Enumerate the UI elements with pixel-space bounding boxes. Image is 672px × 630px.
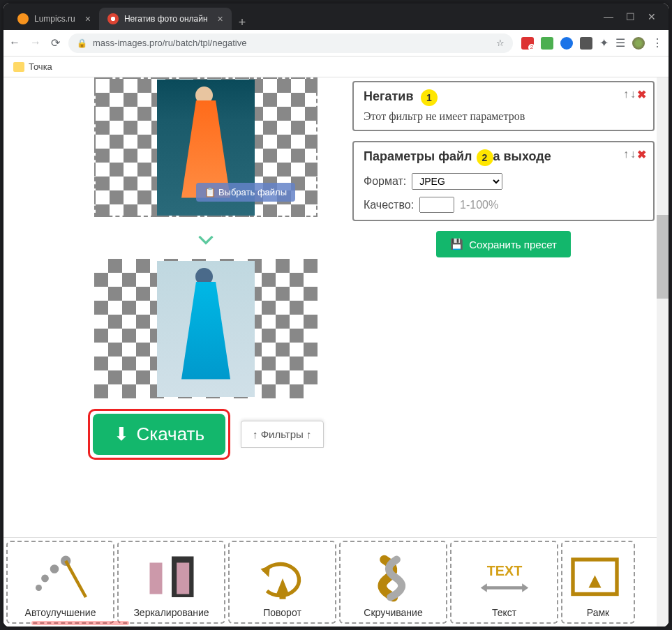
- vertical-scrollbar[interactable]: [657, 77, 669, 627]
- format-label: Формат:: [364, 175, 406, 188]
- panel-title-part1: Параметры файл: [364, 149, 472, 163]
- delete-icon[interactable]: ✖: [637, 148, 646, 161]
- arrow-down-icon: [192, 224, 220, 252]
- wand-icon: [29, 552, 92, 604]
- filter-auto-enhance[interactable]: Автоулучшение: [6, 541, 114, 624]
- save-preset-button[interactable]: 💾 Сохранить пресет: [436, 231, 571, 257]
- svg-point-2: [50, 564, 59, 573]
- browser-toolbar: ← → ⟳ 🔒 mass-images.pro/ru/batch/tpl/neg…: [3, 30, 669, 57]
- highlight-annotation: ⬇ Скачать: [88, 409, 230, 460]
- download-button[interactable]: ⬇ Скачать: [93, 414, 225, 455]
- quality-hint: 1-100%: [460, 199, 498, 211]
- panel-output: ↑ ↓ ✖ Параметры файл2а выходе Формат: JP…: [352, 141, 655, 221]
- move-up-icon[interactable]: ↑: [623, 88, 629, 101]
- avatar-icon[interactable]: [632, 37, 645, 50]
- svg-point-0: [36, 585, 42, 591]
- twist-icon: [362, 552, 425, 604]
- download-icon: ⬇: [114, 423, 129, 445]
- move-down-icon[interactable]: ↓: [630, 88, 636, 101]
- svg-rect-7: [177, 562, 189, 594]
- filter-text[interactable]: TEXT Текст: [450, 541, 558, 624]
- panel-negative: ↑ ↓ ✖ Негатив 1 Этот фильтр не имеет пар…: [352, 81, 655, 131]
- puzzle-icon[interactable]: ✦: [599, 36, 608, 50]
- filter-twist[interactable]: Скручивание: [339, 541, 447, 624]
- select-files-button[interactable]: 📋 Выбрать файлы: [196, 183, 295, 202]
- text-icon: TEXT: [473, 552, 536, 604]
- filter-frame[interactable]: Рамк: [561, 541, 635, 624]
- move-up-icon[interactable]: ↑: [623, 148, 629, 161]
- ext-icon-1[interactable]: 2: [521, 37, 534, 50]
- quality-label: Качество:: [364, 199, 414, 211]
- scroll-thumb[interactable]: [657, 215, 669, 299]
- close-window-icon[interactable]: ✕: [648, 11, 656, 22]
- url-text: mass-images.pro/ru/batch/tpl/negative: [93, 38, 246, 48]
- extensions: 2 ✦ ☰ ⋮: [521, 36, 663, 50]
- menu-icon[interactable]: ⋮: [652, 36, 663, 50]
- filter-rotate[interactable]: Поворот: [228, 541, 336, 624]
- tab-negative[interactable]: Негатив фото онлайн ×: [99, 8, 232, 30]
- format-select[interactable]: JPEG: [412, 173, 502, 190]
- svg-marker-12: [522, 583, 528, 592]
- panel-controls: ↑ ↓ ✖: [623, 88, 646, 101]
- source-image-box[interactable]: 📋 Выбрать файлы: [94, 77, 318, 217]
- folder-icon: [13, 62, 24, 72]
- tab-favicon: [17, 13, 29, 24]
- rotate-icon: [251, 552, 314, 604]
- tabs-container: Lumpics.ru × Негатив фото онлайн × +: [9, 3, 597, 30]
- svg-line-4: [66, 560, 86, 597]
- delete-icon[interactable]: ✖: [637, 88, 646, 101]
- titlebar: Lumpics.ru × Негатив фото онлайн × + — ☐…: [3, 3, 669, 30]
- reload-icon[interactable]: ⟳: [51, 36, 60, 50]
- settings-column: ↑ ↓ ✖ Негатив 1 Этот фильтр не имеет пар…: [352, 77, 655, 460]
- close-icon[interactable]: ×: [85, 13, 91, 24]
- frame-icon: [567, 552, 629, 604]
- filters-toggle-button[interactable]: ↑ Фильтры ↑: [241, 421, 324, 448]
- result-image-box: [94, 259, 318, 398]
- move-down-icon[interactable]: ↓: [630, 148, 636, 161]
- panel-description: Этот фильтр не имеет параметров: [364, 110, 643, 123]
- image-column: 📋 Выбрать файлы: [87, 77, 324, 460]
- annotation-underline: [31, 621, 129, 625]
- filter-mirror[interactable]: Зеркалирование: [117, 541, 225, 624]
- ext-icon-2[interactable]: [541, 37, 553, 50]
- result-image: [157, 261, 255, 397]
- maximize-icon[interactable]: ☐: [626, 11, 635, 22]
- svg-marker-8: [260, 566, 270, 577]
- url-bar[interactable]: 🔒 mass-images.pro/ru/batch/tpl/negative …: [68, 33, 513, 53]
- ext-icon-4[interactable]: [580, 37, 592, 50]
- bookmarks-bar: Точка: [3, 57, 669, 77]
- minimize-icon[interactable]: —: [604, 11, 613, 22]
- filter-strip: Автоулучшение Зеркалирование Поворот Скр…: [3, 537, 657, 627]
- panel-controls: ↑ ↓ ✖: [623, 148, 646, 161]
- badge-2: 2: [477, 149, 493, 166]
- bookmark-item[interactable]: Точка: [29, 61, 52, 72]
- mirror-icon: [140, 552, 203, 604]
- badge-1: 1: [421, 89, 438, 106]
- nav-icons: ← → ⟳: [9, 36, 60, 50]
- tab-title: Негатив фото онлайн: [124, 14, 208, 24]
- svg-text:TEXT: TEXT: [486, 562, 522, 578]
- window-controls: — ☐ ✕: [597, 11, 663, 22]
- tab-lumpics[interactable]: Lumpics.ru ×: [9, 8, 99, 30]
- ext-icon-3[interactable]: [560, 37, 573, 50]
- panel-title-part2: а выходе: [493, 149, 551, 163]
- star-icon[interactable]: ☆: [496, 38, 505, 48]
- browser-window: Lumpics.ru × Негатив фото онлайн × + — ☐…: [3, 3, 669, 627]
- download-row: ⬇ Скачать ↑ Фильтры ↑: [88, 409, 323, 460]
- lock-icon: 🔒: [77, 38, 87, 48]
- quality-input[interactable]: [419, 197, 454, 213]
- back-icon[interactable]: ←: [9, 36, 20, 50]
- panel-title: Негатив: [364, 89, 413, 103]
- readlist-icon[interactable]: ☰: [615, 36, 625, 50]
- new-tab-button[interactable]: +: [232, 15, 253, 30]
- svg-marker-11: [480, 583, 486, 592]
- svg-rect-6: [149, 562, 162, 594]
- tab-favicon: [107, 13, 119, 24]
- save-icon: 💾: [450, 238, 463, 250]
- page-content: 📋 Выбрать файлы: [3, 77, 669, 627]
- svg-point-1: [41, 574, 49, 582]
- tab-title: Lumpics.ru: [34, 14, 75, 24]
- close-icon[interactable]: ×: [218, 13, 223, 24]
- forward-icon[interactable]: →: [30, 36, 41, 50]
